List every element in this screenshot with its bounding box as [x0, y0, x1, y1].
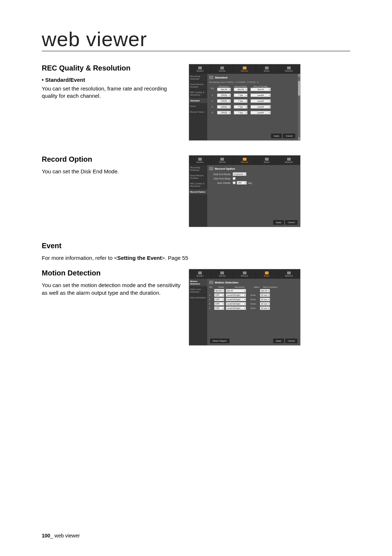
alarm-value: None — [248, 303, 258, 305]
quality-set-all[interactable]: Set All — [250, 88, 271, 91]
sidebar-item-rec-quality-resolution[interactable]: REC Quality & Resolution — [189, 90, 207, 98]
duration-dropdown[interactable]: 10 sec — [260, 298, 270, 301]
tab-record[interactable]: Record — [233, 64, 256, 74]
cancel-button[interactable]: Cancel — [285, 220, 297, 225]
col-sensitivity: Sensitivity — [228, 286, 251, 288]
resolution-set-all[interactable]: Set All — [217, 88, 231, 91]
sidebar-item-recording-schedule[interactable]: Recording Schedule — [189, 74, 207, 82]
screenshot-record-option: System Device Record Event Network Recor… — [189, 155, 301, 227]
col-mode: Mode — [214, 286, 228, 288]
sidebar-item-record-option[interactable]: Record Option — [189, 189, 207, 195]
remaining-count: Remaining Count 4CIF(L) : 2 2CIF(M) : 4 … — [209, 81, 296, 83]
system-icon — [198, 271, 202, 274]
duration-dropdown[interactable]: 10 sec — [260, 306, 270, 310]
sidebar-item-alarm-schedule[interactable]: Alarm Schedule — [189, 295, 207, 301]
tab-system[interactable]: System — [189, 269, 211, 279]
panel-title-record-option: Record Option — [215, 167, 235, 170]
rate-dropdown[interactable]: 7 fps — [234, 105, 248, 109]
label-disk-end-mode: Disk End Mode — [213, 173, 233, 176]
resolution-dropdown[interactable]: CIF(S) — [217, 111, 231, 114]
mode-dropdown[interactable]: OFF — [214, 306, 224, 310]
alarm-value: None — [248, 298, 258, 301]
mode-dropdown[interactable]: OFF — [214, 293, 224, 297]
rate-dropdown[interactable]: 7 fps — [234, 111, 248, 114]
alarm-value: None — [248, 294, 258, 296]
sidebar-item-event[interactable]: Event — [189, 104, 207, 109]
record-icon — [243, 271, 246, 274]
col-ch: CH — [209, 286, 214, 288]
event-icon — [265, 67, 269, 69]
label-auto-delete: Auto Delete — [213, 182, 233, 184]
rate-dropdown[interactable]: 7 fps — [234, 93, 248, 97]
duration-set-all[interactable]: Set All — [260, 289, 270, 293]
mode-dropdown[interactable]: OFF — [214, 298, 224, 301]
label-disk-end-beep: Disk End Beep — [213, 177, 233, 180]
tab-record[interactable]: Record — [233, 269, 256, 279]
tab-device[interactable]: Device — [211, 269, 233, 279]
quality-dropdown[interactable]: Level4 — [250, 111, 271, 114]
scrollbar-handle[interactable] — [298, 81, 300, 96]
subheading-standard-event: Standard/Event — [42, 77, 181, 83]
apply-button[interactable]: Apply — [273, 220, 284, 225]
resolution-dropdown[interactable]: CIF(S) — [217, 99, 231, 103]
sidebar-item-video-loss-detection[interactable]: Video Loss Detection — [189, 287, 207, 295]
tab-device[interactable]: Device — [211, 64, 233, 74]
quality-dropdown[interactable]: Level4 — [250, 99, 271, 103]
tab-event[interactable]: Event — [256, 269, 278, 279]
sidebar-item-rec-quality-resolution[interactable]: REC Quality & Resolution — [189, 181, 207, 189]
body-record-option: You can set the Disk End Mode. — [42, 168, 181, 175]
tab-network[interactable]: Network — [278, 156, 300, 165]
tab-system[interactable]: System — [189, 156, 211, 165]
tab-record[interactable]: Record — [233, 156, 256, 165]
sidebar-item-recording-schedule[interactable]: Recording Schedule — [189, 165, 207, 173]
page-title: web viewer — [42, 27, 350, 51]
cancel-button[interactable]: Cancel — [283, 134, 295, 138]
quality-dropdown[interactable]: Level4 — [250, 93, 271, 97]
network-icon — [287, 271, 291, 274]
resolution-dropdown[interactable]: CIF(S) — [217, 105, 231, 109]
tab-network[interactable]: Network — [278, 269, 300, 279]
sidebar-item-standard[interactable]: Standard — [189, 98, 207, 104]
page-footer: 100_ web viewer — [42, 533, 80, 539]
scrollbar[interactable] — [298, 74, 300, 140]
screenshot-motion-detection: System Device Record Event Network Motio… — [189, 269, 301, 346]
screenshot-rec-quality: System Device Record Event Network Recor… — [189, 64, 301, 141]
col-channel: CH — [209, 84, 216, 92]
rate-set-all[interactable]: Set All — [234, 88, 248, 91]
quality-dropdown[interactable]: Level4 — [250, 105, 271, 109]
resolution-dropdown[interactable]: CIF(S) — [217, 93, 231, 97]
auto-delete-checkbox[interactable] — [233, 181, 236, 184]
rate-dropdown[interactable]: 7 fps — [234, 99, 248, 103]
disk-end-mode-dropdown[interactable]: Overwrite — [233, 172, 246, 176]
tab-event[interactable]: Event — [256, 156, 278, 165]
event-icon — [265, 158, 269, 161]
mode-dropdown[interactable]: OFF — [214, 302, 224, 306]
sidebar-item-event-record-duration[interactable]: Event Record Duration — [189, 173, 207, 181]
network-icon — [287, 67, 291, 69]
sensitivity-dropdown[interactable]: Level10(High) — [226, 293, 246, 297]
tab-system[interactable]: System — [189, 64, 211, 74]
ch-label: 3 — [209, 303, 214, 305]
sensitivity-dropdown[interactable]: Level10(High) — [226, 302, 246, 306]
disk-end-beep-checkbox[interactable] — [233, 177, 236, 180]
sidebar-item-record-option[interactable]: Record Option — [189, 109, 207, 115]
sensitivity-dropdown[interactable]: Level10(High) — [226, 306, 246, 310]
tab-event[interactable]: Event — [256, 64, 278, 74]
mode-set-all[interactable]: Set All — [214, 289, 224, 293]
ch-label: 4 — [209, 307, 214, 309]
tab-device[interactable]: Device — [211, 156, 233, 165]
sensitivity-dropdown[interactable]: Level10(High) — [226, 298, 246, 301]
body-event: For more information, refer to <Setting … — [42, 254, 350, 262]
sidebar-item-event-record-duration[interactable]: Event Record Duration — [189, 82, 207, 90]
cancel-button[interactable]: Cancel — [285, 339, 297, 343]
motion-region-button[interactable]: Motion Region — [210, 339, 229, 343]
duration-dropdown[interactable]: 10 sec — [260, 293, 270, 297]
apply-button[interactable]: Apply — [271, 134, 282, 138]
apply-button[interactable]: Apply — [273, 339, 284, 343]
sidebar-item-motion-detection[interactable]: Motion Detection — [189, 279, 207, 287]
sensitivity-set-all[interactable]: Set All — [226, 289, 246, 293]
auto-delete-days-dropdown[interactable]: 180 — [237, 181, 247, 185]
tab-network[interactable]: Network — [278, 64, 300, 74]
duration-dropdown[interactable]: 10 sec — [260, 302, 270, 306]
panel-icon — [209, 76, 213, 79]
